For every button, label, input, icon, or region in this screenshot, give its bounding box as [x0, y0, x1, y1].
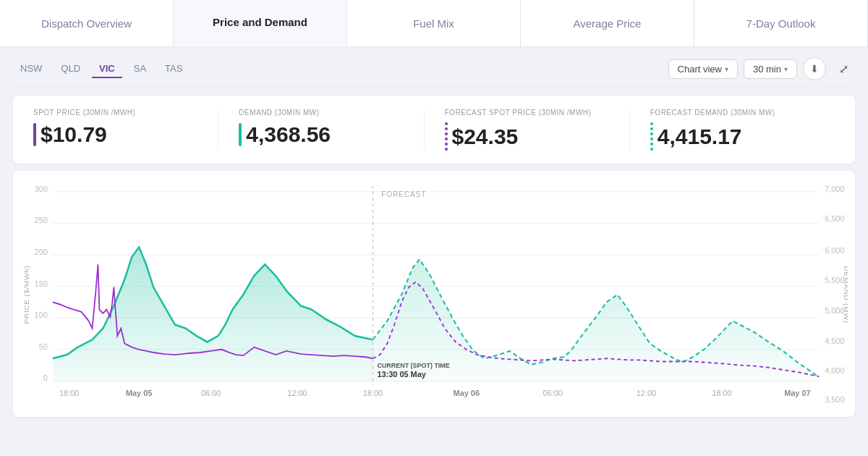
svg-text:May 07: May 07 — [784, 389, 810, 397]
svg-text:12:00: 12:00 — [287, 389, 307, 397]
download-icon: ⬇ — [810, 63, 819, 75]
region-tab-sa[interactable]: SA — [127, 60, 153, 78]
download-button[interactable]: ⬇ — [803, 57, 826, 80]
current-time-label: CURRENT (SPOT) TIME — [377, 362, 449, 369]
svg-text:06:00: 06:00 — [542, 389, 562, 397]
forecast-label: FORECAST — [381, 190, 426, 198]
svg-text:06:00: 06:00 — [201, 389, 221, 397]
region-controls: Chart view ▾ 30 min ▾ ⬇ ⤢ — [668, 57, 855, 80]
svg-text:18:00: 18:00 — [59, 389, 79, 397]
expand-icon: ⤢ — [839, 62, 848, 76]
tab-avg-price[interactable]: Average Price — [521, 0, 694, 46]
chevron-down-icon: ▾ — [784, 65, 788, 73]
demand-area-historical — [53, 248, 373, 381]
tab-7day[interactable]: 7-Day Outlook — [694, 0, 868, 46]
svg-text:4,000: 4,000 — [825, 366, 844, 375]
svg-text:6,000: 6,000 — [825, 246, 844, 255]
svg-text:7,000: 7,000 — [825, 184, 844, 193]
forecast-spot-indicator — [445, 122, 448, 151]
svg-text:3,500: 3,500 — [825, 394, 844, 403]
spot-price-indicator — [33, 123, 36, 146]
svg-text:4,500: 4,500 — [825, 336, 844, 345]
expand-button[interactable]: ⤢ — [832, 57, 855, 80]
svg-text:100: 100 — [35, 311, 48, 319]
svg-text:18:00: 18:00 — [363, 389, 383, 397]
stat-spot-price: SPOT PRICE (30MIN /MWh) $10.79 — [33, 109, 218, 151]
svg-text:250: 250 — [35, 216, 48, 224]
svg-text:18:00: 18:00 — [712, 389, 731, 397]
stat-forecast-spot: FORECAST SPOT PRICE (30MIN /MWh) $24.35 — [425, 109, 630, 151]
chart-area: 300 250 200 150 100 50 0 7,000 6,500 6,0… — [13, 171, 855, 417]
stat-demand: DEMAND (30MIN MW) 4,368.56 — [218, 109, 424, 151]
svg-text:300: 300 — [35, 184, 48, 193]
interval-dropdown[interactable]: 30 min ▾ — [744, 59, 797, 79]
svg-text:200: 200 — [35, 248, 48, 256]
svg-text:5,500: 5,500 — [825, 276, 844, 284]
tab-dispatch[interactable]: Dispatch Overview — [0, 0, 174, 46]
svg-text:12:00: 12:00 — [637, 389, 656, 397]
region-tab-nsw[interactable]: NSW — [13, 60, 49, 78]
stats-panel: SPOT PRICE (30MIN /MWh) $10.79 DEMAND (3… — [13, 96, 855, 164]
main-content: NSW QLD VIC SA TAS Chart view ▾ 30 min ▾ — [0, 47, 868, 417]
price-demand-chart: 300 250 200 150 100 50 0 7,000 6,500 6,0… — [20, 178, 848, 411]
svg-text:May 05: May 05 — [126, 389, 152, 397]
region-tab-vic[interactable]: VIC — [92, 60, 122, 78]
region-tab-tas[interactable]: TAS — [158, 60, 190, 78]
chart-view-dropdown[interactable]: Chart view ▾ — [668, 59, 738, 79]
top-navigation: Dispatch Overview Price and Demand Fuel … — [0, 0, 868, 47]
forecast-demand-indicator — [650, 122, 653, 151]
demand-indicator — [239, 123, 242, 146]
chevron-down-icon: ▾ — [725, 65, 728, 73]
svg-text:5,000: 5,000 — [825, 306, 844, 315]
stat-forecast-demand: FORECAST DEMAND (30MIN MW) 4,415.17 — [630, 109, 835, 151]
region-bar: NSW QLD VIC SA TAS Chart view ▾ 30 min ▾ — [13, 47, 855, 87]
region-tabs: NSW QLD VIC SA TAS — [13, 60, 668, 78]
y-axis-right-label: DEMAND (MW) — [843, 266, 848, 324]
y-axis-left-label: PRICE ($/MWh) — [22, 265, 30, 324]
svg-text:May 06: May 06 — [454, 389, 480, 397]
tab-price-demand[interactable]: Price and Demand — [174, 0, 347, 46]
region-tab-qld[interactable]: QLD — [54, 60, 88, 78]
svg-text:50: 50 — [39, 342, 48, 351]
svg-text:0: 0 — [43, 373, 48, 382]
tab-fuel-mix[interactable]: Fuel Mix — [347, 0, 521, 46]
svg-text:150: 150 — [35, 279, 48, 287]
svg-text:6,500: 6,500 — [825, 214, 844, 223]
current-time-value: 13:30 05 May — [377, 370, 426, 379]
